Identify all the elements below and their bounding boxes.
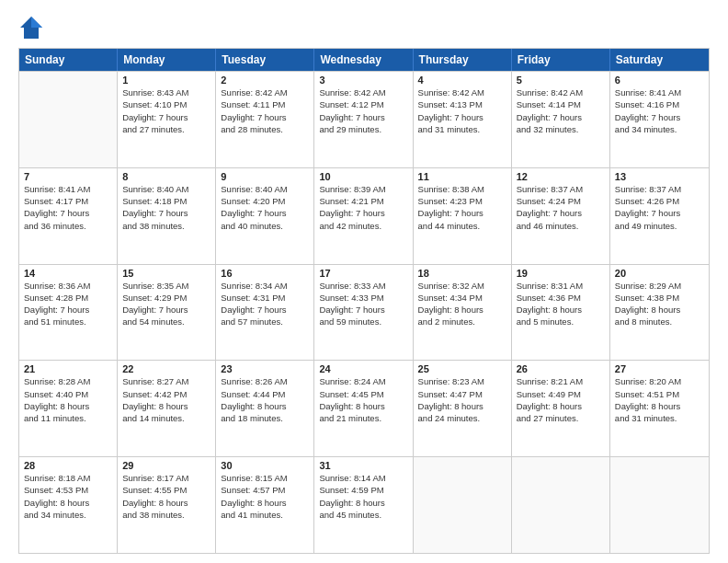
calendar-cell-25: 25Sunrise: 8:23 AMSunset: 4:47 PMDayligh… bbox=[414, 361, 512, 456]
day-number: 12 bbox=[517, 171, 605, 182]
cell-line: Sunset: 4:51 PM bbox=[615, 388, 704, 400]
cell-line: Daylight: 7 hours bbox=[319, 111, 407, 123]
cell-line: Daylight: 8 hours bbox=[24, 400, 112, 412]
cell-line: Daylight: 7 hours bbox=[418, 111, 506, 123]
header-day-friday: Friday bbox=[512, 49, 610, 71]
cell-line: and 31 minutes. bbox=[615, 412, 704, 424]
cell-line: and 57 minutes. bbox=[221, 316, 309, 327]
calendar-cell-15: 15Sunrise: 8:35 AMSunset: 4:29 PMDayligh… bbox=[118, 265, 216, 361]
cell-line: Daylight: 7 hours bbox=[615, 207, 704, 219]
cell-line: and 2 minutes. bbox=[418, 316, 506, 327]
day-number: 30 bbox=[221, 460, 309, 471]
header-day-thursday: Thursday bbox=[414, 49, 512, 71]
day-number: 2 bbox=[221, 75, 309, 86]
cell-line: Daylight: 8 hours bbox=[517, 400, 605, 412]
cell-line: and 31 minutes. bbox=[418, 123, 506, 135]
cell-line: and 34 minutes. bbox=[24, 509, 112, 521]
logo bbox=[18, 15, 48, 40]
cell-line: Daylight: 7 hours bbox=[122, 304, 210, 316]
header-day-wednesday: Wednesday bbox=[314, 49, 413, 71]
cell-line: and 34 minutes. bbox=[615, 123, 704, 135]
cell-line: Daylight: 7 hours bbox=[615, 111, 704, 123]
calendar-cell-31: 31Sunrise: 8:14 AMSunset: 4:59 PMDayligh… bbox=[314, 457, 413, 553]
calendar-cell-19: 19Sunrise: 8:31 AMSunset: 4:36 PMDayligh… bbox=[512, 265, 610, 361]
header-day-saturday: Saturday bbox=[610, 49, 709, 71]
calendar-week-3: 21Sunrise: 8:28 AMSunset: 4:40 PMDayligh… bbox=[19, 360, 709, 456]
cell-line: Daylight: 7 hours bbox=[221, 111, 309, 123]
cell-line: Sunrise: 8:17 AM bbox=[122, 472, 210, 484]
calendar-cell-27: 27Sunrise: 8:20 AMSunset: 4:51 PMDayligh… bbox=[610, 361, 709, 456]
logo-icon bbox=[18, 15, 44, 40]
cell-line: Sunrise: 8:29 AM bbox=[615, 280, 704, 292]
calendar-body: 1Sunrise: 8:43 AMSunset: 4:10 PMDaylight… bbox=[19, 71, 709, 553]
cell-line: Sunrise: 8:37 AM bbox=[517, 183, 605, 195]
calendar-cell-8: 8Sunrise: 8:40 AMSunset: 4:18 PMDaylight… bbox=[118, 168, 216, 264]
cell-line: Daylight: 7 hours bbox=[122, 111, 210, 123]
cell-line: Daylight: 8 hours bbox=[517, 304, 605, 316]
cell-line: Sunrise: 8:24 AM bbox=[319, 375, 407, 387]
cell-line: Daylight: 7 hours bbox=[517, 111, 605, 123]
calendar-cell-30: 30Sunrise: 8:15 AMSunset: 4:57 PMDayligh… bbox=[216, 457, 314, 553]
cell-line: Daylight: 7 hours bbox=[122, 207, 210, 219]
cell-line: Sunrise: 8:14 AM bbox=[319, 472, 407, 484]
calendar-cell-21: 21Sunrise: 8:28 AMSunset: 4:40 PMDayligh… bbox=[19, 361, 118, 456]
day-number: 21 bbox=[24, 363, 112, 374]
cell-line: Daylight: 8 hours bbox=[122, 497, 210, 509]
calendar-week-4: 28Sunrise: 8:18 AMSunset: 4:53 PMDayligh… bbox=[19, 456, 709, 553]
cell-line: and 27 minutes. bbox=[122, 123, 210, 135]
day-number: 6 bbox=[615, 75, 704, 86]
calendar-cell-28: 28Sunrise: 8:18 AMSunset: 4:53 PMDayligh… bbox=[19, 457, 118, 553]
cell-line: Sunrise: 8:40 AM bbox=[122, 183, 210, 195]
cell-line: Sunrise: 8:42 AM bbox=[221, 86, 309, 98]
cell-line: Sunrise: 8:32 AM bbox=[418, 280, 506, 292]
cell-line: Sunrise: 8:42 AM bbox=[517, 86, 605, 98]
cell-line: Sunset: 4:40 PM bbox=[24, 388, 112, 400]
cell-line: Sunset: 4:24 PM bbox=[517, 195, 605, 207]
day-number: 24 bbox=[319, 363, 407, 374]
day-number: 7 bbox=[24, 171, 112, 182]
day-number: 22 bbox=[122, 363, 210, 374]
calendar-cell-23: 23Sunrise: 8:26 AMSunset: 4:44 PMDayligh… bbox=[216, 361, 314, 456]
cell-line: and 40 minutes. bbox=[221, 220, 309, 232]
cell-line: Sunrise: 8:42 AM bbox=[319, 86, 407, 98]
day-number: 23 bbox=[221, 363, 309, 374]
cell-line: Sunrise: 8:26 AM bbox=[221, 375, 309, 387]
header-day-tuesday: Tuesday bbox=[216, 49, 314, 71]
cell-line: and 36 minutes. bbox=[24, 220, 112, 232]
cell-line: Sunset: 4:14 PM bbox=[517, 98, 605, 110]
calendar-cell-empty-4-4 bbox=[414, 457, 512, 553]
cell-line: Daylight: 8 hours bbox=[615, 400, 704, 412]
cell-line: Sunrise: 8:23 AM bbox=[418, 375, 506, 387]
calendar-cell-9: 9Sunrise: 8:40 AMSunset: 4:20 PMDaylight… bbox=[216, 168, 314, 264]
cell-line: and 27 minutes. bbox=[517, 412, 605, 424]
cell-line: and 32 minutes. bbox=[517, 123, 605, 135]
cell-line: Sunset: 4:36 PM bbox=[517, 292, 605, 304]
cell-line: Sunset: 4:13 PM bbox=[418, 98, 506, 110]
day-number: 27 bbox=[615, 363, 704, 374]
calendar-cell-18: 18Sunrise: 8:32 AMSunset: 4:34 PMDayligh… bbox=[414, 265, 512, 361]
cell-line: Sunrise: 8:36 AM bbox=[24, 280, 112, 292]
cell-line: and 59 minutes. bbox=[319, 316, 407, 327]
calendar-cell-13: 13Sunrise: 8:37 AMSunset: 4:26 PMDayligh… bbox=[610, 168, 709, 264]
cell-line: Sunset: 4:55 PM bbox=[122, 484, 210, 496]
cell-line: Sunset: 4:57 PM bbox=[221, 484, 309, 496]
cell-line: and 41 minutes. bbox=[221, 509, 309, 521]
cell-line: Sunset: 4:33 PM bbox=[319, 292, 407, 304]
header bbox=[18, 15, 710, 40]
cell-line: Daylight: 7 hours bbox=[319, 207, 407, 219]
calendar-cell-10: 10Sunrise: 8:39 AMSunset: 4:21 PMDayligh… bbox=[314, 168, 413, 264]
cell-line: Sunset: 4:18 PM bbox=[122, 195, 210, 207]
cell-line: Sunset: 4:53 PM bbox=[24, 484, 112, 496]
cell-line: Sunset: 4:45 PM bbox=[319, 388, 407, 400]
calendar-week-0: 1Sunrise: 8:43 AMSunset: 4:10 PMDaylight… bbox=[19, 71, 709, 167]
cell-line: Sunrise: 8:33 AM bbox=[319, 280, 407, 292]
cell-line: Sunset: 4:44 PM bbox=[221, 388, 309, 400]
day-number: 9 bbox=[221, 171, 309, 182]
cell-line: Sunrise: 8:35 AM bbox=[122, 280, 210, 292]
cell-line: Daylight: 8 hours bbox=[418, 400, 506, 412]
cell-line: Sunrise: 8:21 AM bbox=[517, 375, 605, 387]
cell-line: and 46 minutes. bbox=[517, 220, 605, 232]
cell-line: and 18 minutes. bbox=[221, 412, 309, 424]
calendar-cell-5: 5Sunrise: 8:42 AMSunset: 4:14 PMDaylight… bbox=[512, 72, 610, 167]
cell-line: Sunset: 4:29 PM bbox=[122, 292, 210, 304]
